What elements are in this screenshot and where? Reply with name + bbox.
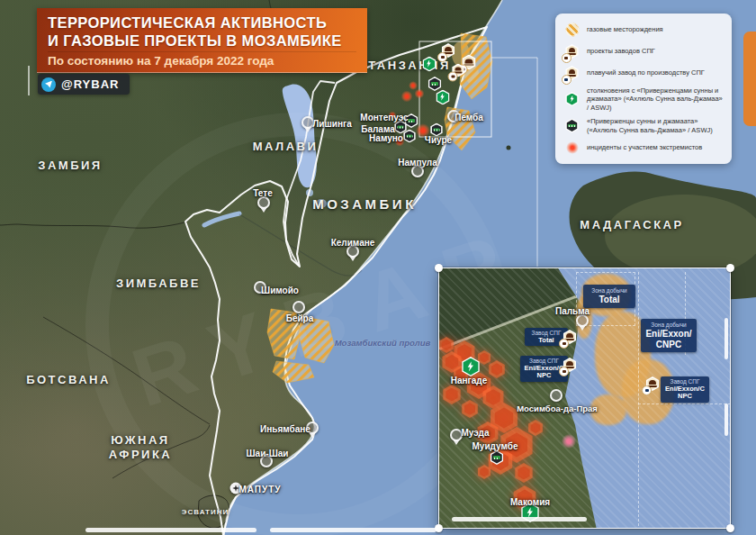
floating-lng-icon <box>564 65 580 81</box>
zone-company: Eni/Exxon/CNPC <box>644 329 694 349</box>
city-label: Монтепуэс <box>360 113 408 122</box>
inset-edge-dash <box>724 318 728 359</box>
frame-handle <box>435 264 443 272</box>
city-label: Нангаде <box>451 376 487 385</box>
frame-handle <box>726 524 734 532</box>
lng-plant-icon <box>562 358 577 372</box>
incident-area <box>442 385 462 404</box>
clash-icon <box>422 57 437 72</box>
legend-label: плавучий завод по производству СПГ <box>587 68 723 77</box>
city-marker <box>292 301 305 313</box>
incident-area <box>514 463 534 483</box>
floating-lng-icon <box>645 376 660 391</box>
lng-badge-icon <box>559 339 569 349</box>
city-label: Нампула <box>398 158 437 168</box>
inset-edge-dash <box>724 404 728 436</box>
legend-panel: газовые месторождения проекты заводов СП… <box>555 14 732 164</box>
title-line2: И ГАЗОВЫЕ ПРОЕКТЫ В МОЗАМБИКЕ <box>48 32 356 50</box>
incident-area <box>527 420 544 436</box>
country-label: ЗАМБИЯ <box>38 159 102 173</box>
zone-kicker: Зона добычи <box>586 287 633 295</box>
small-island <box>507 146 511 150</box>
country-label: МОЗАМБИК <box>312 196 417 213</box>
lng-badge-icon <box>448 72 458 82</box>
title-subtitle: По состоянию на 7 декабря 2022 года <box>48 51 356 68</box>
lng-badge-icon <box>642 385 652 395</box>
lightning-icon <box>425 59 434 68</box>
inset-clip: Зона добычи Total Зона добычи Eni/Exxon/… <box>439 268 730 528</box>
title-line1: ТЕРРОРИСТИЧЕСКАЯ АКТИВНОСТЬ <box>48 14 356 32</box>
frame-handle <box>726 264 734 272</box>
city-label: Намуно <box>369 133 403 143</box>
city-marker <box>257 196 270 209</box>
incident-icon <box>562 434 576 449</box>
country-label: ЭСВАТИНИ <box>182 508 229 517</box>
aswj-presence-icon <box>490 450 504 465</box>
lng-badge-icon <box>559 367 569 376</box>
frame-segment <box>28 66 30 95</box>
extraction-zone-label: Зона добычи Total <box>583 285 635 308</box>
frame-dash <box>270 528 436 532</box>
city-label: Тете <box>253 188 273 198</box>
country-label: МАЛАВИ <box>253 140 319 154</box>
gas-field-icon <box>564 22 580 38</box>
city-label: МАПУТУ <box>238 485 281 494</box>
lng-plant-icon <box>562 330 577 344</box>
branding-badge: @RYBAR <box>38 74 130 95</box>
incident-icon <box>564 140 580 156</box>
incident-icon <box>401 91 413 103</box>
incident-icon <box>409 81 418 90</box>
city-label: Мосимбоа-да-Прая <box>517 404 598 413</box>
country-label: МАДАГАСКАР <box>580 218 683 232</box>
aswj-presence-icon <box>428 77 442 91</box>
lightning-icon <box>438 93 447 102</box>
telegram-icon <box>41 77 56 92</box>
lng-badge-icon <box>437 52 447 62</box>
country-label: ЗИМБАБВЕ <box>116 277 201 291</box>
lightning-icon <box>568 95 576 103</box>
clash-icon <box>564 91 580 107</box>
legend-label: «Приверженцы сунны и джамаата» («Ахлюль … <box>587 117 723 134</box>
legend-item: столкновения с «Приверженцами сунны и дж… <box>564 86 723 112</box>
block-boundary <box>638 272 639 526</box>
lng-plant-icon <box>441 43 455 58</box>
city-label: Келимане <box>331 238 375 248</box>
city-label: Шаи-Шаи <box>247 449 289 458</box>
sea-label: Мозамбикский пролив <box>335 338 431 348</box>
block-boundary <box>638 404 730 404</box>
incident-area <box>461 400 479 418</box>
extraction-zone-label: Зона добычи Eni/Exxon/CNPC <box>641 319 697 352</box>
legend-label: инциденты с участием экстремистов <box>587 143 723 151</box>
city-label: Муэда <box>461 428 489 438</box>
aswj-presence-icon <box>403 130 417 143</box>
city-label: Макомия <box>510 497 550 507</box>
legend-item: «Приверженцы сунны и джамаата» («Ахлюль … <box>564 117 723 134</box>
clash-icon <box>461 357 481 376</box>
country-label: БОТСВАНА <box>26 373 111 387</box>
orange-side-tab <box>743 32 756 126</box>
legend-item: проекты заводов СПГ <box>564 43 723 59</box>
branding-handle: @RYBAR <box>61 77 119 91</box>
city-label: Чиуре <box>425 135 452 145</box>
inset-bottom-bar <box>452 517 587 521</box>
legend-label: столкновения с «Приверженцами сунны и дж… <box>587 86 723 112</box>
legend-item: плавучий завод по производству СПГ <box>564 65 723 81</box>
lng-plant-icon <box>564 43 580 59</box>
lng-plant-icon <box>452 64 465 77</box>
legend-item: инциденты с участием экстремистов <box>564 140 723 156</box>
lightning-icon <box>464 360 477 373</box>
city-label: Иньямбане <box>260 424 310 434</box>
city-label: Бейра <box>286 313 314 323</box>
title-banner: ТЕРРОРИСТИЧЕСКАЯ АКТИВНОСТЬ И ГАЗОВЫЕ ПР… <box>37 8 367 73</box>
city-label: Лишинга <box>312 119 351 129</box>
legend-label: газовые месторождения <box>587 25 723 33</box>
infographic-map: RYBAR ТАНЗАНИЯ ЗАМБИЯ МАЛАВИ МОЗАМБИК ЗИ… <box>0 0 756 535</box>
zone-company: Total <box>586 295 633 305</box>
city-label: Шимойо <box>261 286 299 295</box>
city-label: Муидумбе <box>472 441 518 451</box>
floating-lng-label: Завод СПГ Eni/Exxon/CNPC <box>661 376 709 403</box>
zone-kicker: Зона добычи <box>644 322 694 329</box>
city-label: Пемба <box>454 113 483 122</box>
city-marker <box>550 389 562 402</box>
incident-area <box>477 465 491 479</box>
